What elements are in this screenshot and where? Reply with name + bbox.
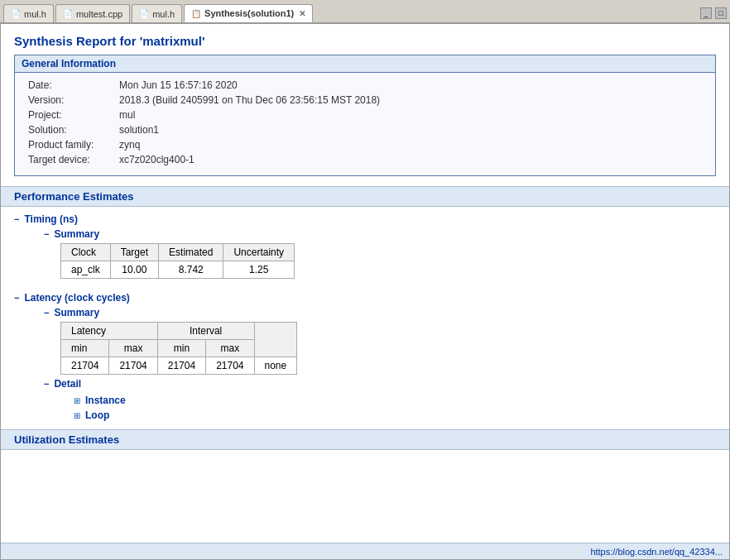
latency-col-interval: Interval xyxy=(157,323,254,340)
minimize-button[interactable]: _ xyxy=(700,7,712,19)
table-row: ap_clk 10.00 8.742 1.25 xyxy=(61,261,295,279)
tab-multest-cpp[interactable]: 📄 multest.cpp xyxy=(55,4,130,22)
file-icon-1: 📄 xyxy=(11,9,21,18)
timing-col-clock: Clock xyxy=(61,244,111,261)
timing-summary-collapse-row[interactable]: − Summary xyxy=(44,228,716,240)
latency-detail-section: − Detail ⊞ Instance ⊞ Loop xyxy=(14,378,716,423)
instance-expand-icon: ⊞ xyxy=(74,396,80,405)
main-content: Synthesis Report for 'matrixmul' General… xyxy=(0,23,730,560)
tab-synthesis-solution1[interactable]: 📋 Synthesis(solution1) ✕ xyxy=(184,4,313,22)
info-target-value: xc7z020clg400-1 xyxy=(119,154,195,165)
latency-detail-collapse-row[interactable]: − Detail xyxy=(44,378,716,390)
info-solution-row: Solution: solution1 xyxy=(28,124,702,136)
page-title: Synthesis Report for 'matrixmul' xyxy=(1,24,729,55)
latency-label: Latency (clock cycles) xyxy=(24,292,129,304)
window-controls: _ □ xyxy=(700,7,727,22)
timing-label: Timing (ns) xyxy=(24,213,77,225)
latency-collapse-icon: − xyxy=(14,293,19,303)
timing-collapse-row[interactable]: − Timing (ns) xyxy=(14,213,716,225)
performance-estimates-header: Performance Estimates xyxy=(1,186,729,207)
latency-col-type xyxy=(254,323,297,357)
timing-cell-target: 10.00 xyxy=(110,261,158,279)
timing-summary-label: Summary xyxy=(54,228,99,240)
latency-summary-table: Latency Interval min max min max xyxy=(60,322,297,375)
general-info-box: General Information Date: Mon Jun 15 16:… xyxy=(14,55,716,176)
tab-mul-h-2[interactable]: 📄 mul.h xyxy=(132,4,182,22)
info-product-row: Product family: zynq xyxy=(28,139,702,151)
info-project-row: Project: mul xyxy=(28,109,702,121)
latency-section: − Latency (clock cycles) − Summary Laten… xyxy=(1,285,729,426)
info-date-row: Date: Mon Jun 15 16:57:16 2020 xyxy=(28,79,702,91)
latency-cell-min1: 21704 xyxy=(61,357,109,375)
timing-cell-clock: ap_clk xyxy=(61,261,111,279)
info-date-value: Mon Jun 15 16:57:16 2020 xyxy=(119,79,238,91)
maximize-button[interactable]: □ xyxy=(715,7,727,19)
timing-col-uncertainty: Uncertainty xyxy=(223,244,295,261)
timing-section: − Timing (ns) − Summary Clock Target Est… xyxy=(1,207,729,285)
latency-detail-collapse-icon: − xyxy=(44,379,49,389)
latency-instance-item[interactable]: ⊞ Instance xyxy=(44,393,716,408)
latency-detail-label: Detail xyxy=(54,378,81,390)
latency-cell-min2: 21704 xyxy=(157,357,205,375)
info-version-row: Version: 2018.3 (Build 2405991 on Thu De… xyxy=(28,94,702,106)
timing-col-target: Target xyxy=(110,244,158,261)
timing-collapse-icon: − xyxy=(14,214,19,224)
latency-collapse-row[interactable]: − Latency (clock cycles) xyxy=(14,292,716,304)
latency-summary-collapse-row[interactable]: − Summary xyxy=(44,307,716,318)
info-product-label: Product family: xyxy=(28,139,119,151)
latency-col-min2: min xyxy=(157,340,205,357)
table-row: 21704 21704 21704 21704 none xyxy=(61,357,297,375)
info-solution-value: solution1 xyxy=(119,124,159,136)
timing-col-estimated: Estimated xyxy=(159,244,223,261)
loop-expand-icon: ⊞ xyxy=(74,411,80,420)
latency-col-max2: max xyxy=(206,340,254,357)
latency-summary-section: − Summary Latency Interval min max min m… xyxy=(14,307,716,375)
info-solution-label: Solution: xyxy=(28,124,119,136)
info-project-label: Project: xyxy=(28,109,119,121)
tab-bar: 📄 mul.h 📄 multest.cpp 📄 mul.h 📋 Synthesi… xyxy=(0,0,730,23)
info-product-value: zynq xyxy=(119,139,140,151)
timing-cell-uncertainty: 1.25 xyxy=(223,261,295,279)
latency-summary-collapse-icon: − xyxy=(44,308,49,318)
loop-label: Loop xyxy=(85,409,109,421)
latency-cell-max2: 21704 xyxy=(206,357,254,375)
instance-label: Instance xyxy=(85,395,126,406)
latency-summary-label: Summary xyxy=(54,307,99,318)
status-bar-right: https://blog.csdn.net/qq_42334... xyxy=(590,547,723,557)
info-target-label: Target device: xyxy=(28,154,119,165)
latency-col-min1: min xyxy=(61,340,109,357)
status-bar: https://blog.csdn.net/qq_42334... xyxy=(1,543,729,559)
tab-close-button[interactable]: ✕ xyxy=(299,9,305,18)
latency-cell-max1: 21704 xyxy=(109,357,157,375)
timing-summary-collapse-icon: − xyxy=(44,229,49,239)
info-version-value: 2018.3 (Build 2405991 on Thu Dec 06 23:5… xyxy=(119,94,380,106)
general-info-header: General Information xyxy=(15,55,715,73)
info-version-label: Version: xyxy=(28,94,119,106)
latency-cell-type: none xyxy=(254,357,297,375)
timing-summary-section: − Summary Clock Target Estimated Uncerta… xyxy=(14,228,716,279)
latency-loop-item[interactable]: ⊞ Loop xyxy=(44,408,716,423)
file-icon-2: 📄 xyxy=(63,9,73,18)
latency-col-max1: max xyxy=(109,340,157,357)
latency-col-latency: Latency xyxy=(61,323,158,340)
synthesis-icon: 📋 xyxy=(191,9,201,18)
general-info-content: Date: Mon Jun 15 16:57:16 2020 Version: … xyxy=(15,73,715,175)
timing-summary-table: Clock Target Estimated Uncertainty ap_cl… xyxy=(60,243,295,279)
tab-mul-h-1[interactable]: 📄 mul.h xyxy=(3,4,54,22)
utilization-estimates-header: Utilization Estimates xyxy=(1,429,729,450)
info-project-value: mul xyxy=(119,109,135,121)
info-target-row: Target device: xc7z020clg400-1 xyxy=(28,154,702,165)
info-date-label: Date: xyxy=(28,79,119,91)
timing-cell-estimated: 8.742 xyxy=(159,261,223,279)
file-icon-3: 📄 xyxy=(139,9,149,18)
